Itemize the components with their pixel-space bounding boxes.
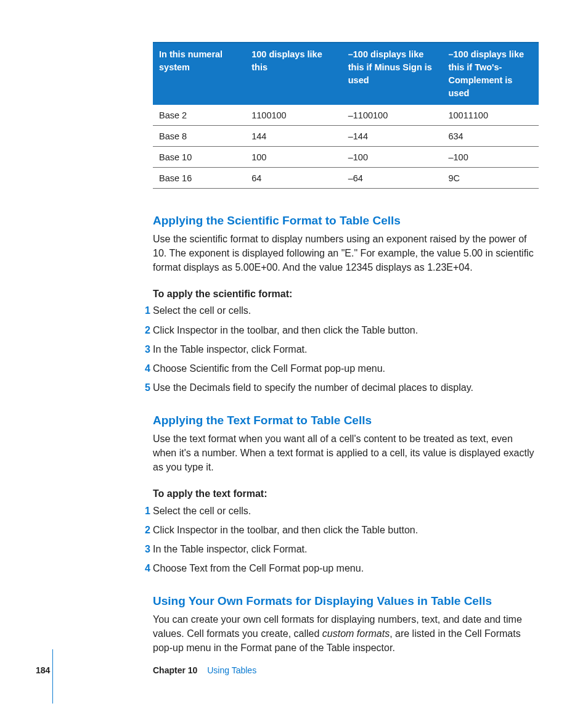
section-text-format: Applying the Text Format to Table Cells … [153, 412, 539, 575]
step-number: 4 [139, 561, 150, 575]
chapter-label: Chapter 10 Using Tables [153, 664, 256, 676]
table-header: In this numeral system [153, 43, 245, 105]
step-number: 2 [139, 323, 150, 337]
step-item: 4Choose Text from the Cell Format pop-up… [153, 561, 539, 575]
step-item: 1Select the cell or cells. [153, 504, 539, 518]
table-cell: 64 [245, 168, 342, 189]
table-header: –100 displays like this if Minus Sign is… [342, 43, 443, 105]
section-heading: Applying the Text Format to Table Cells [153, 412, 539, 429]
page-footer: 184 Chapter 10 Using Tables [0, 664, 588, 676]
step-text: In the Table inspector, click Format. [153, 544, 307, 554]
steps-list: 1Select the cell or cells. 2Click Inspec… [153, 504, 539, 576]
chapter-title: Using Tables [207, 665, 256, 675]
step-text: Select the cell or cells. [153, 305, 251, 316]
steps-lead: To apply the scientific format: [153, 287, 539, 301]
footer-divider [52, 649, 53, 704]
step-text: Choose Scientific from the Cell Format p… [153, 363, 385, 374]
step-number: 1 [139, 504, 150, 518]
step-item: 1Select the cell or cells. [153, 303, 539, 318]
section-scientific-format: Applying the Scientific Format to Table … [153, 212, 539, 395]
table-cell: Base 8 [153, 126, 245, 147]
table-cell: –100 [342, 147, 443, 168]
step-item: 2Click Inspector in the toolbar, and the… [153, 523, 539, 537]
table-cell: –64 [342, 168, 443, 189]
step-item: 3In the Table inspector, click Format. [153, 542, 539, 556]
table-cell: –144 [342, 126, 443, 147]
steps-lead: To apply the text format: [153, 486, 539, 501]
table-header: 100 displays like this [245, 43, 342, 105]
step-item: 2Click Inspector in the toolbar, and the… [153, 323, 539, 337]
page-number: 184 [36, 664, 50, 676]
table-cell: –1100100 [342, 105, 443, 126]
section-heading: Applying the Scientific Format to Table … [153, 212, 539, 229]
step-number: 3 [139, 542, 150, 556]
step-text: Click Inspector in the toolbar, and then… [153, 525, 418, 535]
step-text: Select the cell or cells. [153, 506, 251, 516]
step-number: 1 [139, 303, 150, 318]
table-header-row: In this numeral system 100 displays like… [153, 43, 539, 105]
step-text: Click Inspector in the toolbar, and then… [153, 325, 418, 335]
section-custom-formats: Using Your Own Formats for Displaying Va… [153, 593, 539, 655]
table-cell: Base 10 [153, 147, 245, 168]
section-paragraph: Use the text format when you want all of… [153, 432, 539, 475]
section-paragraph: Use the scientific format to display num… [153, 232, 539, 275]
table-row: Base 8 144 –144 634 [153, 126, 539, 147]
numeral-system-table: In this numeral system 100 displays like… [153, 42, 539, 189]
section-paragraph: You can create your own cell formats for… [153, 612, 539, 655]
table-row: Base 16 64 –64 9C [153, 168, 539, 189]
table-cell: 634 [442, 126, 539, 147]
table-cell: 9C [442, 168, 539, 189]
table-cell: Base 2 [153, 105, 245, 126]
section-heading: Using Your Own Formats for Displaying Va… [153, 593, 539, 610]
step-text: Use the Decimals field to specify the nu… [153, 382, 473, 393]
table-cell: Base 16 [153, 168, 245, 189]
step-item: 3In the Table inspector, click Format. [153, 342, 539, 356]
table-row: Base 2 1100100 –1100100 10011100 [153, 105, 539, 126]
table-header: –100 displays like this if Two's-Complem… [442, 43, 539, 105]
table-cell: 1100100 [245, 105, 342, 126]
step-item: 5Use the Decimals field to specify the n… [153, 380, 539, 395]
table-cell: 100 [245, 147, 342, 168]
step-text: Choose Text from the Cell Format pop-up … [153, 563, 364, 573]
table-cell: 10011100 [442, 105, 539, 126]
chapter-number: Chapter 10 [153, 665, 197, 675]
document-page: In this numeral system 100 displays like… [0, 0, 588, 706]
step-number: 3 [139, 342, 150, 356]
step-number: 5 [139, 380, 150, 395]
italic-term: custom formats [322, 628, 390, 639]
step-item: 4Choose Scientific from the Cell Format … [153, 361, 539, 376]
step-number: 4 [139, 361, 150, 376]
step-number: 2 [139, 523, 150, 537]
table-cell: 144 [245, 126, 342, 147]
table-row: Base 10 100 –100 –100 [153, 147, 539, 168]
table-cell: –100 [442, 147, 539, 168]
steps-list: 1Select the cell or cells. 2Click Inspec… [153, 303, 539, 395]
step-text: In the Table inspector, click Format. [153, 344, 307, 355]
